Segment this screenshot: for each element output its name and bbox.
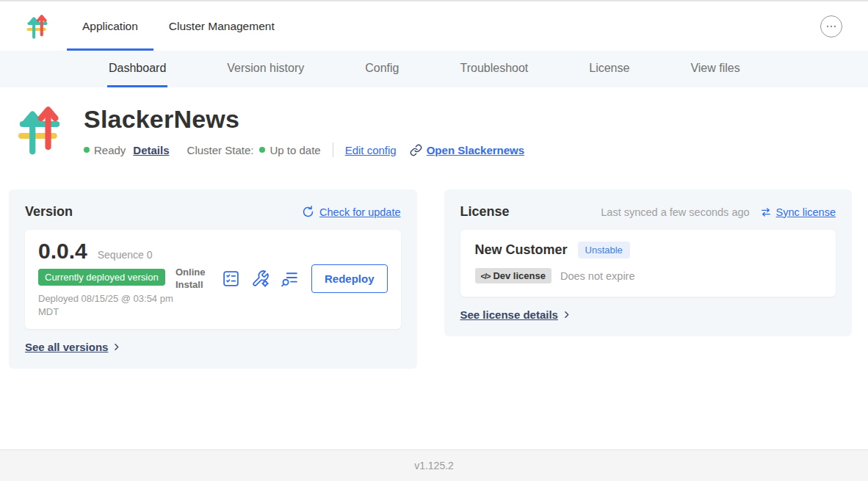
redeploy-button[interactable]: Redeploy <box>311 264 388 293</box>
open-app-label: Open Slackernews <box>427 144 524 156</box>
license-expiry: Does not expire <box>560 270 635 282</box>
version-number: 0.0.4 <box>38 239 87 264</box>
vertical-divider <box>333 142 333 157</box>
subnav-version-history[interactable]: Version history <box>225 51 305 87</box>
license-box: New Customer Unstable </> Dev license Do… <box>460 230 836 297</box>
more-menu-button[interactable] <box>820 15 842 37</box>
top-navbar: Application Cluster Management <box>0 0 868 51</box>
view-logs-icon[interactable] <box>281 270 299 288</box>
edit-config-link[interactable]: Edit config <box>345 144 397 156</box>
customer-name: New Customer <box>475 242 568 258</box>
console-footer: v1.125.2 <box>0 449 868 481</box>
license-type-badge: </> Dev license <box>475 268 551 283</box>
app-logo-large-icon <box>16 104 63 156</box>
see-all-versions-link[interactable]: See all versions <box>25 341 121 353</box>
chevron-right-icon <box>562 310 571 319</box>
sync-icon <box>760 206 772 218</box>
subnav-license[interactable]: License <box>587 51 631 87</box>
version-sequence: Sequence 0 <box>98 249 153 261</box>
license-card: License Last synced a few seconds ago Sy… <box>444 189 853 336</box>
app-header-text: SlackerNews Ready Details Cluster State:… <box>84 104 524 157</box>
version-card: Version Check for update 0.0.4 Sequence … <box>9 189 417 369</box>
ready-status-label: Ready <box>94 144 126 156</box>
sync-license-label: Sync license <box>776 206 836 218</box>
deployed-timestamp: Deployed 08/15/25 @ 03:54 pm MDT <box>38 292 176 319</box>
link-icon <box>410 144 422 156</box>
console-version: v1.125.2 <box>414 460 454 471</box>
open-app-link[interactable]: Open Slackernews <box>410 144 524 156</box>
sync-license-link[interactable]: Sync license <box>760 206 836 218</box>
version-card-head: Version Check for update <box>25 204 401 220</box>
main-content: SlackerNews Ready Details Cluster State:… <box>0 87 868 449</box>
subnav-config[interactable]: Config <box>364 51 400 87</box>
see-all-versions-label: See all versions <box>25 341 108 353</box>
app-header: SlackerNews Ready Details Cluster State:… <box>0 87 868 157</box>
app-subnav: Dashboard Version history Config Trouble… <box>0 51 868 87</box>
code-icon: </> <box>481 272 491 281</box>
dashboard-cards: Version Check for update 0.0.4 Sequence … <box>0 189 868 369</box>
last-synced-text: Last synced a few seconds ago <box>601 206 749 218</box>
version-info: 0.0.4 Sequence 0 Currently deployed vers… <box>38 239 176 319</box>
subnav-dashboard[interactable]: Dashboard <box>107 51 167 87</box>
ready-status-dot <box>84 147 90 153</box>
license-type-label: Dev license <box>493 270 546 281</box>
install-type-label: Online Install <box>176 267 209 292</box>
details-link[interactable]: Details <box>133 144 169 156</box>
config-tools-icon[interactable] <box>251 270 270 288</box>
channel-badge: Unstable <box>578 242 630 258</box>
topbar-right <box>820 1 842 51</box>
version-action-icons <box>222 270 299 288</box>
subnav-view-files[interactable]: View files <box>689 51 741 87</box>
license-card-title: License <box>460 204 510 220</box>
top-tabs: Application Cluster Management <box>67 1 290 51</box>
check-for-update-label: Check for update <box>319 206 400 218</box>
see-license-details-link[interactable]: See license details <box>460 308 571 321</box>
app-title: SlackerNews <box>84 105 524 134</box>
see-license-details-label: See license details <box>460 308 558 321</box>
tab-cluster-management[interactable]: Cluster Management <box>153 1 290 51</box>
cluster-state-dot <box>259 147 265 153</box>
deployed-status-badge: Currently deployed version <box>38 269 165 286</box>
check-for-update-link[interactable]: Check for update <box>302 206 400 218</box>
version-actions: Online Install <box>176 264 388 293</box>
app-logo-small-icon <box>26 13 49 40</box>
release-notes-icon[interactable] <box>222 270 240 288</box>
ellipsis-icon <box>825 20 838 33</box>
refresh-icon <box>302 206 314 218</box>
license-card-head: License Last synced a few seconds ago Sy… <box>460 204 836 220</box>
subnav-troubleshoot[interactable]: Troubleshoot <box>458 51 529 87</box>
tab-application[interactable]: Application <box>67 1 153 51</box>
current-version-box: 0.0.4 Sequence 0 Currently deployed vers… <box>25 230 401 329</box>
cluster-state-value: Up to date <box>270 144 320 156</box>
version-card-title: Version <box>25 204 73 220</box>
chevron-right-icon <box>112 342 121 352</box>
app-status-row: Ready Details Cluster State: Up to date … <box>84 142 524 157</box>
cluster-state-label: Cluster State: <box>187 144 254 156</box>
